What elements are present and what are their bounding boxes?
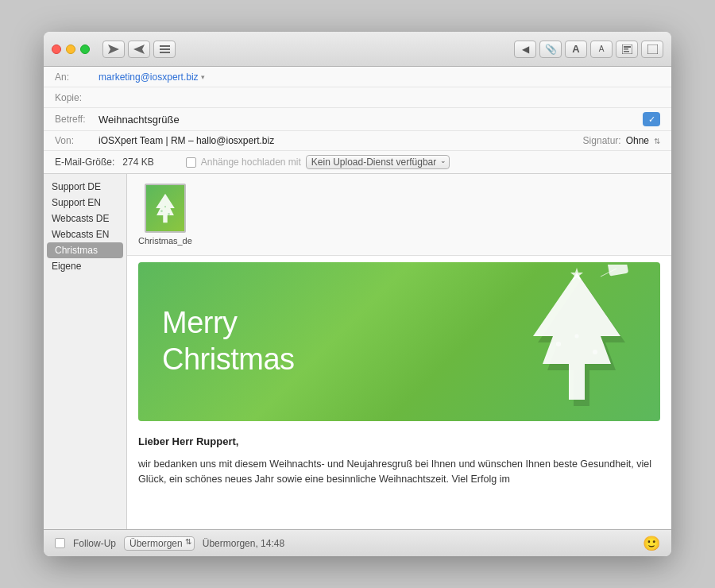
templates-bar: Christmas_de bbox=[127, 174, 671, 256]
send-back-icon[interactable] bbox=[128, 41, 150, 58]
size-row: E-Mail-Größe: 274 KB Anhänge hochladen m… bbox=[44, 151, 671, 173]
titlebar: ◀ 📎 A A bbox=[44, 32, 671, 67]
betreff-input[interactable] bbox=[99, 114, 643, 126]
template-preview-image bbox=[145, 184, 186, 233]
email-area[interactable]: Christmas_de Merry Christmas bbox=[127, 174, 671, 529]
signatur-label: Signatur: bbox=[583, 135, 621, 146]
svg-marker-1 bbox=[133, 44, 145, 54]
template-thumbnail[interactable]: Christmas_de bbox=[138, 184, 192, 246]
upload-label: Anhänge hochladen mit bbox=[201, 157, 301, 168]
signatur-value: Ohne bbox=[626, 135, 649, 146]
svg-marker-0 bbox=[108, 44, 119, 54]
bottom-bar-right: 🙂 bbox=[643, 535, 660, 552]
traffic-lights bbox=[52, 44, 90, 54]
sidebar-item-support-en[interactable]: Support EN bbox=[44, 195, 126, 211]
banner-text: Merry Christmas bbox=[138, 305, 295, 377]
window-icon[interactable] bbox=[641, 41, 663, 58]
main-window: ◀ 📎 A A An: marketing@iosxpert.biz ▾ Kop… bbox=[44, 32, 671, 556]
svg-rect-3 bbox=[160, 48, 170, 50]
email-paragraph: wir bedanken uns mit diesem Weihnachts- … bbox=[138, 457, 660, 487]
svg-point-17 bbox=[556, 342, 561, 346]
christmas-tree-decoration bbox=[525, 265, 628, 419]
svg-point-13 bbox=[164, 206, 166, 207]
font-a-icon[interactable]: A bbox=[565, 41, 587, 58]
dropdown-chevron-icon: ⌄ bbox=[440, 157, 446, 164]
svg-point-18 bbox=[593, 350, 597, 354]
signatur-arrows-icon[interactable]: ⇅ bbox=[654, 137, 660, 145]
back-nav-icon[interactable]: ◀ bbox=[514, 41, 536, 58]
von-right: Signatur: Ohne ⇅ bbox=[583, 135, 660, 146]
svg-point-11 bbox=[160, 210, 163, 212]
toolbar-icons bbox=[102, 41, 176, 58]
an-row: An: marketing@iosxpert.biz ▾ bbox=[44, 67, 671, 87]
size-label: E-Mail-Größe: bbox=[55, 157, 114, 168]
text-format-icon[interactable] bbox=[616, 41, 638, 58]
svg-rect-4 bbox=[160, 52, 170, 53]
font-small-a-icon[interactable]: A bbox=[590, 41, 613, 58]
svg-rect-8 bbox=[624, 51, 629, 52]
size-value: 274 KB bbox=[122, 157, 153, 168]
sidebar-item-webcasts-de[interactable]: Webcasts DE bbox=[44, 211, 126, 226]
follow-up-time: Übermorgen, 14:48 bbox=[203, 538, 284, 549]
von-label: Von: bbox=[55, 135, 99, 146]
upload-section: Anhänge hochladen mit Kein Upload-Dienst… bbox=[186, 155, 450, 169]
follow-up-label: Follow-Up bbox=[73, 538, 116, 549]
follow-up-date-dropdown[interactable]: Übermorgen ⇅ bbox=[124, 536, 195, 551]
email-body: Merry Christmas bbox=[127, 256, 671, 529]
upload-checkbox[interactable] bbox=[186, 157, 196, 168]
bottom-bar: Follow-Up Übermorgen ⇅ Übermorgen, 14:48… bbox=[44, 529, 671, 556]
sidebar-item-eigene[interactable]: Eigene bbox=[44, 258, 126, 274]
list-icon[interactable] bbox=[153, 41, 176, 58]
close-button[interactable] bbox=[52, 44, 61, 54]
von-value: iOSXpert Team | RM – hallo@iosxpert.biz bbox=[99, 135, 583, 146]
betreff-label: Betreff: bbox=[55, 114, 99, 125]
email-text-body: Lieber Herr Ruppert, wir bedanken uns mi… bbox=[127, 421, 671, 495]
upload-dropdown[interactable]: Kein Upload-Dienst verfügbar ⌄ bbox=[306, 155, 450, 169]
dropdown-arrow-icon: ⇅ bbox=[185, 537, 191, 546]
sidebar-item-support-de[interactable]: Support DE bbox=[44, 179, 126, 195]
an-value: marketing@iosxpert.biz ▾ bbox=[99, 72, 660, 83]
toolbar-right: ◀ 📎 A A bbox=[514, 41, 663, 58]
send-icon[interactable] bbox=[102, 41, 125, 58]
sidebar: Support DE Support EN Webcasts DE Webcas… bbox=[44, 174, 127, 529]
sidebar-item-christmas[interactable]: Christmas bbox=[47, 242, 123, 258]
kopie-label: Kopie: bbox=[55, 92, 99, 103]
follow-up-checkbox[interactable] bbox=[55, 538, 65, 548]
emoji-button[interactable]: 🙂 bbox=[643, 536, 660, 551]
main-content: Support DE Support EN Webcasts DE Webcas… bbox=[44, 174, 671, 529]
attachment-icon[interactable]: 📎 bbox=[539, 41, 562, 58]
svg-point-12 bbox=[168, 213, 170, 215]
svg-rect-2 bbox=[160, 45, 170, 47]
christmas-banner: Merry Christmas bbox=[138, 262, 660, 421]
maximize-button[interactable] bbox=[80, 44, 90, 54]
sidebar-item-webcasts-en[interactable]: Webcasts EN bbox=[44, 226, 126, 242]
betreff-row: Betreff: ✓ bbox=[44, 108, 671, 131]
minimize-button[interactable] bbox=[66, 44, 75, 54]
svg-point-19 bbox=[575, 335, 579, 338]
template-label: Christmas_de bbox=[138, 236, 192, 246]
email-salutation: Lieber Herr Ruppert, bbox=[138, 435, 660, 447]
svg-rect-9 bbox=[647, 44, 658, 54]
header-fields: An: marketing@iosxpert.biz ▾ Kopie: Betr… bbox=[44, 67, 671, 174]
kopie-row: Kopie: bbox=[44, 87, 671, 108]
svg-rect-21 bbox=[607, 265, 628, 277]
von-row: Von: iOSXpert Team | RM – hallo@iosxpert… bbox=[44, 131, 671, 151]
an-label: An: bbox=[55, 72, 99, 83]
chevron-down-icon[interactable]: ▾ bbox=[201, 73, 205, 81]
svg-rect-7 bbox=[624, 48, 628, 50]
svg-marker-10 bbox=[156, 194, 175, 222]
confirm-button[interactable]: ✓ bbox=[643, 112, 660, 126]
svg-rect-6 bbox=[624, 46, 631, 48]
